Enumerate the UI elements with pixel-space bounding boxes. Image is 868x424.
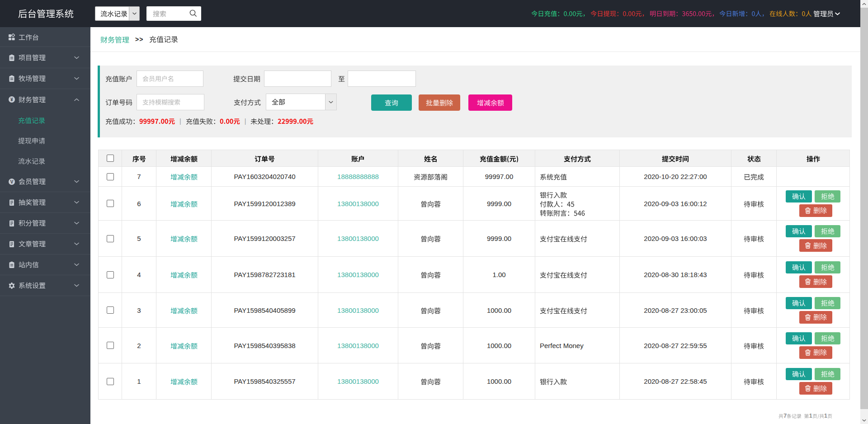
svg-text:¥: ¥ [10, 97, 13, 102]
svg-text:V: V [10, 179, 14, 184]
